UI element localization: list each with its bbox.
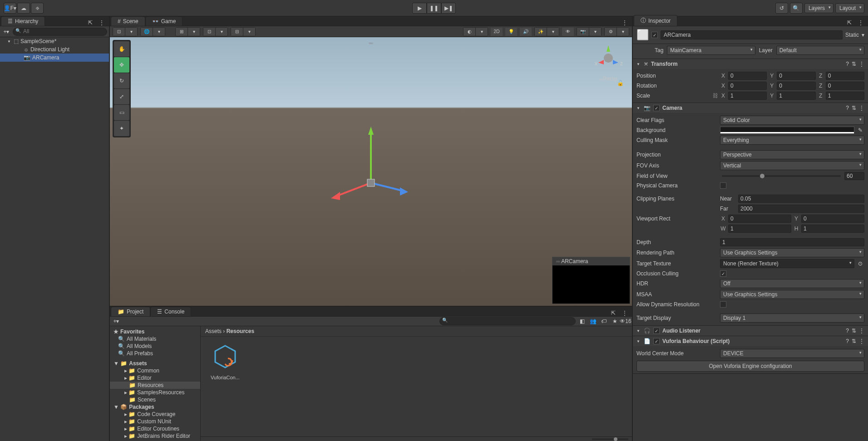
pivot-mode-button[interactable]: ⊡ xyxy=(113,28,125,36)
depth-input[interactable] xyxy=(720,238,864,246)
help-icon[interactable]: ? xyxy=(846,338,849,344)
orientation-gizmo[interactable]: x z ⇐Persp xyxy=(592,42,625,82)
gameobject-name-input[interactable] xyxy=(661,30,843,39)
tab-project[interactable]: 📁Project xyxy=(111,307,150,316)
layers-dropdown[interactable]: Layers xyxy=(804,3,833,13)
2d-toggle-button[interactable]: 2D xyxy=(491,28,503,36)
layout-dropdown[interactable]: Layout xyxy=(835,3,864,13)
draw-mode-dropdown[interactable]: ▾ xyxy=(476,28,488,36)
target-display-dropdown[interactable]: Display 1 xyxy=(720,314,864,323)
breadcrumb-root[interactable]: Assets xyxy=(205,328,222,334)
project-create-dropdown[interactable]: +▾ xyxy=(112,317,121,326)
breadcrumb[interactable]: Assets › Resources xyxy=(201,326,632,337)
global-local-button[interactable]: 🌐 xyxy=(141,28,153,36)
gizmos-button[interactable]: ⚙ xyxy=(605,28,616,36)
snap-increment-dropdown[interactable]: ▾ xyxy=(216,28,227,36)
grid-snap-button[interactable]: ⊞ xyxy=(176,28,187,36)
folder-samples-resources[interactable]: ▸ 📁 SamplesResources xyxy=(110,389,200,396)
hierarchy-item-directional-light[interactable]: ☼ Directional Light xyxy=(0,45,109,54)
lighting-toggle-button[interactable]: 💡 xyxy=(505,28,517,36)
project-tree[interactable]: ★ Favorites 🔍 All Materials 🔍 All Models… xyxy=(110,326,201,441)
background-color-picker[interactable] xyxy=(720,127,854,134)
vuforia-enabled-checkbox[interactable] xyxy=(653,338,660,344)
viewport-w-input[interactable] xyxy=(728,225,791,233)
tab-scene[interactable]: # Scene xyxy=(111,16,145,26)
rotation-y-input[interactable] xyxy=(777,82,815,90)
scale-tool[interactable]: ⤢ xyxy=(114,89,129,104)
folder-common[interactable]: ▸ 📁 Common xyxy=(110,367,200,374)
project-popout-icon[interactable]: ⇱ xyxy=(608,310,618,316)
fov-slider[interactable] xyxy=(722,175,841,177)
near-input[interactable] xyxy=(738,195,864,203)
camera-dropdown[interactable]: ▾ xyxy=(589,28,601,36)
component-menu-icon[interactable]: ⋮ xyxy=(859,61,864,67)
scene-menu-icon[interactable]: ⋮ xyxy=(619,20,630,26)
viewport-h-input[interactable] xyxy=(801,225,864,233)
viewport-x-input[interactable] xyxy=(728,215,791,223)
hierarchy-popout-icon[interactable]: ⇱ xyxy=(85,20,95,26)
world-center-dropdown[interactable]: DEVICE xyxy=(720,349,864,358)
folder-scenes[interactable]: 📁 Scenes xyxy=(110,396,200,403)
assets-header[interactable]: ▼ 📁 Assets xyxy=(110,360,200,367)
pkg-code-coverage[interactable]: ▸ 📁 Code Coverage xyxy=(110,411,200,418)
pkg-custom-nunit[interactable]: ▸ 📁 Custom NUnit xyxy=(110,418,200,425)
transform-tool[interactable]: ✦ xyxy=(114,121,129,136)
step-button[interactable]: ▶❚ xyxy=(441,3,456,14)
layer-dropdown[interactable]: Default xyxy=(776,46,864,55)
hand-tool[interactable]: ✋ xyxy=(114,41,129,57)
camera-header[interactable]: ▼ 📷 Camera ? ⇅ ⋮ xyxy=(633,103,868,113)
hierarchy-item-arcamera[interactable]: 📷 ARCamera xyxy=(0,54,109,62)
rendering-path-dropdown[interactable]: Use Graphics Settings xyxy=(720,248,864,257)
gizmos-dropdown[interactable]: ▾ xyxy=(617,28,629,36)
snap-increment-button[interactable]: ⊡ xyxy=(203,28,215,36)
component-menu-icon[interactable]: ⋮ xyxy=(859,105,864,111)
scale-link-icon[interactable]: ⛓ xyxy=(713,93,718,99)
pivot-dropdown[interactable]: ▾ xyxy=(125,28,137,36)
scale-y-input[interactable] xyxy=(777,92,815,100)
global-search-button[interactable]: 🔍 xyxy=(790,3,803,14)
target-texture-field[interactable]: None (Render Texture) xyxy=(720,259,854,268)
camera-settings-button[interactable]: 📷 xyxy=(577,28,589,36)
foldout-icon[interactable]: ▼ xyxy=(7,39,12,44)
handle-icon[interactable]: ═ xyxy=(369,40,373,46)
transform-gizmo[interactable] xyxy=(303,119,439,224)
foldout-icon[interactable]: ▼ xyxy=(636,329,641,333)
fov-value-input[interactable] xyxy=(844,172,864,180)
create-dropdown[interactable]: +▾ xyxy=(2,27,11,36)
search-by-type-button[interactable]: ◧ xyxy=(577,317,587,326)
pause-button[interactable]: ❚❚ xyxy=(427,3,441,14)
hdr-dropdown[interactable]: Off xyxy=(720,279,864,288)
projection-dropdown[interactable]: Perspective xyxy=(720,150,864,159)
object-picker-icon[interactable]: ⊙ xyxy=(856,260,864,267)
scale-x-input[interactable] xyxy=(728,92,767,100)
undo-history-button[interactable]: ↺ xyxy=(775,3,788,14)
rotate-tool[interactable]: ↻ xyxy=(114,73,129,88)
audio-listener-enabled-checkbox[interactable] xyxy=(653,328,660,334)
tab-console[interactable]: ☰Console xyxy=(150,307,191,316)
pkg-editor-coroutines[interactable]: ▸ 📁 Editor Coroutines xyxy=(110,425,200,432)
scale-z-input[interactable] xyxy=(826,92,864,100)
preset-icon[interactable]: ⇅ xyxy=(852,338,856,344)
position-y-input[interactable] xyxy=(777,72,815,80)
rotation-z-input[interactable] xyxy=(826,82,864,90)
asset-zoom-slider[interactable] xyxy=(592,438,628,440)
tab-game[interactable]: 👓 Game xyxy=(145,16,183,26)
preset-icon[interactable]: ⇅ xyxy=(852,61,856,67)
audio-listener-header[interactable]: ▼ 🎧 Audio Listener ? ⇅ ⋮ xyxy=(633,326,868,336)
breadcrumb-current[interactable]: Resources xyxy=(227,328,254,334)
dynamic-resolution-checkbox[interactable] xyxy=(720,301,726,308)
inspector-popout-icon[interactable]: ⇱ xyxy=(844,20,854,26)
global-dropdown[interactable]: ▾ xyxy=(153,28,165,36)
vuforia-header[interactable]: ▼ 📄 Vuforia Behaviour (Script) ? ⇅ ⋮ xyxy=(633,336,868,346)
fav-all-prefabs[interactable]: 🔍 All Prefabs xyxy=(110,350,200,357)
move-tool[interactable]: ✥ xyxy=(114,57,129,73)
rect-tool[interactable]: ▭ xyxy=(114,105,129,120)
fx-toggle-button[interactable]: ✨ xyxy=(535,28,547,36)
audio-toggle-button[interactable]: 🔊 xyxy=(520,28,532,36)
rotation-x-input[interactable] xyxy=(728,82,767,90)
open-vuforia-config-button[interactable]: Open Vuforia Engine configuration xyxy=(636,361,864,372)
hierarchy-menu-icon[interactable]: ⋮ xyxy=(96,20,107,26)
camera-enabled-checkbox[interactable] xyxy=(653,105,660,111)
foldout-icon[interactable]: ▼ xyxy=(636,62,641,66)
fav-all-materials[interactable]: 🔍 All Materials xyxy=(110,335,200,343)
